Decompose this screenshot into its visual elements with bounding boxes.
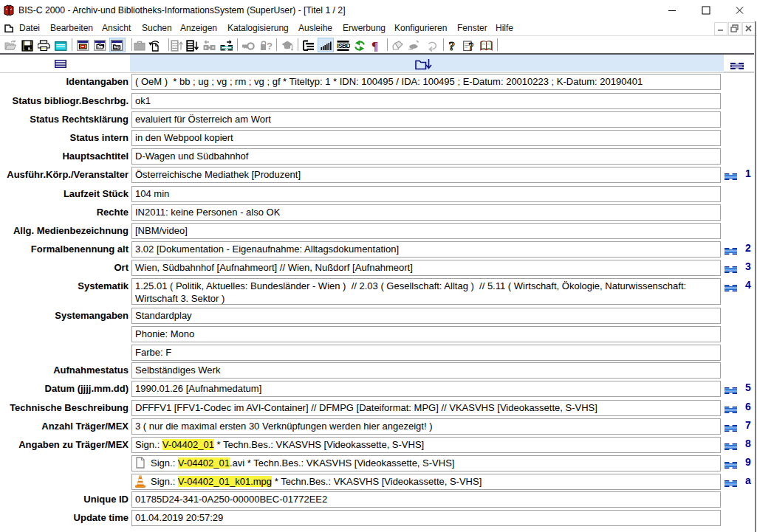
svg-text:?: ? <box>267 41 273 52</box>
svg-text:¶: ¶ <box>371 40 378 52</box>
svg-text:ISBD: ISBD <box>337 42 350 49</box>
svg-text:?: ? <box>449 40 456 52</box>
svg-text:?: ? <box>469 41 474 52</box>
